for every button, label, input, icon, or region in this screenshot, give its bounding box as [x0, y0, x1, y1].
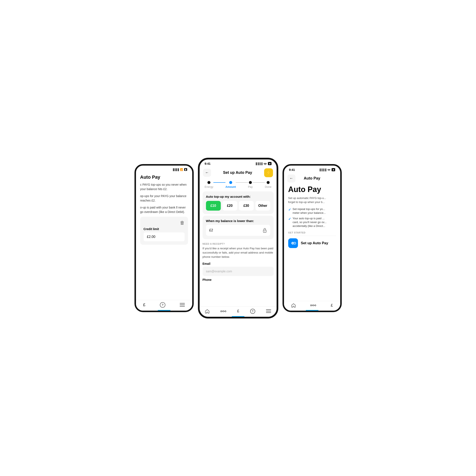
lightning-button[interactable]: ⚡ [264, 168, 273, 177]
svg-point-5 [221, 311, 222, 312]
check-icon-1: ✓ [288, 207, 291, 212]
left-nav-indicator [158, 310, 170, 311]
mid-header: ← Set up Auto Pay ⚡ [200, 167, 277, 179]
right-signal-icon: ▐▐▐▐ [319, 169, 326, 171]
svg-rect-9 [266, 311, 271, 311]
menu-icon [180, 303, 185, 307]
right-nav-routes[interactable] [310, 304, 316, 307]
mid-nav-home[interactable] [205, 309, 210, 313]
step-label-amount: Amount [225, 185, 236, 188]
svg-point-7 [225, 311, 226, 312]
right-nav-pound[interactable]: £ [331, 303, 333, 308]
svg-rect-8 [266, 309, 271, 310]
step-dot-energy [207, 181, 210, 184]
mid-header-title: Set up Auto Pay [223, 170, 252, 175]
mid-status-icons: ▐▐▐▐ ■ [255, 162, 271, 165]
right-back-button[interactable]: ← [287, 174, 295, 183]
mid-status-bar: 9:41 ▐▐▐▐ ■ [200, 159, 277, 167]
step-dot-done [267, 181, 270, 184]
back-button[interactable]: ← [203, 169, 211, 177]
mid-nav-help[interactable]: ? [250, 309, 255, 314]
lock-icon [263, 228, 267, 233]
routes-icon [220, 309, 226, 313]
right-pound-icon: £ [331, 303, 333, 308]
balance-card: When my balance is lower than: £2 [203, 216, 274, 239]
receipt-section-label: NEED A RECEIPT? [203, 242, 274, 245]
mid-phone: 9:41 ▐▐▐▐ ■ ← Set up Auto Pay ⚡ [198, 158, 278, 319]
step-pay: Pay [248, 181, 253, 188]
svg-point-6 [223, 311, 224, 312]
svg-point-12 [313, 305, 314, 306]
svg-point-13 [315, 305, 316, 306]
left-nav-pound[interactable]: £ [143, 302, 146, 307]
right-nav-indicator [306, 310, 319, 311]
mid-battery-icon: ■ [268, 162, 271, 165]
right-nav-home[interactable] [291, 303, 296, 307]
auto-topup-title: Auto top-up my account with: [206, 195, 270, 198]
back-icon: ← [205, 170, 209, 175]
left-status-icons: ▐▐▐▐ 📶 ▮ [172, 168, 187, 171]
wifi-icon: 📶 [180, 168, 183, 171]
right-back-icon: ← [289, 176, 293, 181]
svg-rect-2 [180, 306, 185, 307]
svg-rect-0 [180, 303, 185, 304]
left-body-text-1: c PAYG top-ups so you never when your ba… [140, 183, 188, 191]
mid-nav-menu[interactable] [266, 309, 271, 313]
step-line-2 [236, 182, 248, 183]
left-nav-help[interactable]: ? [160, 302, 165, 308]
battery-icon: ▮ [184, 168, 187, 171]
mid-signal-icon: ▐▐▐▐ [255, 162, 262, 165]
left-nav-bar: £ ? [136, 300, 192, 311]
right-header: ← Auto Pay [284, 173, 340, 184]
right-battery-icon: ■ [332, 168, 335, 171]
svg-rect-10 [266, 312, 271, 313]
left-status-bar: ▐▐▐▐ 📶 ▮ [136, 166, 192, 172]
step-line-1 [213, 182, 225, 183]
balance-value: £2 [209, 228, 213, 232]
trash-icon[interactable]: 🗑 [180, 220, 185, 226]
svg-point-11 [310, 305, 312, 306]
trash-icon-wrap: 🗑 [144, 220, 185, 226]
right-header-title: Auto Pay [304, 176, 320, 181]
check-text-2: Your auto top-up is paid ...card, so you… [293, 217, 327, 228]
get-started-label: GET STARTED [288, 231, 336, 234]
step-label-energy: Energy [205, 185, 213, 188]
left-title: Auto Pay [140, 172, 188, 183]
left-nav-menu[interactable] [180, 303, 185, 307]
mid-nav-meter[interactable]: £ [237, 309, 239, 313]
phone-field-label: Phone [203, 278, 274, 281]
amount-other-btn[interactable]: Other [255, 201, 270, 211]
mid-status-time: 9:41 [205, 162, 211, 165]
mid-nav-routes[interactable] [220, 309, 226, 313]
credit-amount: £2.00 [144, 232, 185, 241]
phones-container: ▐▐▐▐ 📶 ▮ Auto Pay c PAYG top-ups so you … [135, 158, 342, 319]
right-nav-bar: £ [284, 301, 340, 311]
help-icon: ? [160, 302, 165, 308]
amount-30-btn[interactable]: £30 [239, 201, 254, 211]
amount-10-btn[interactable]: £10 [206, 201, 221, 211]
email-input[interactable]: sam@example.com [203, 267, 274, 276]
left-body-text-2: op-ups for your PAYG your balance reache… [140, 194, 188, 203]
amount-20-btn[interactable]: £20 [222, 201, 237, 211]
step-dot-pay [249, 181, 252, 184]
right-page-title: Auto Pay [288, 185, 336, 194]
left-card: 🗑 Credit limit £2.00 [140, 217, 188, 245]
check-item-1: ✓ Set repeat top-ups for yo...meter when… [288, 207, 336, 215]
lightning-icon: ⚡ [266, 170, 272, 175]
mid-wifi-icon [263, 162, 267, 165]
left-phone: ▐▐▐▐ 📶 ▮ Auto Pay c PAYG top-ups so you … [135, 164, 194, 312]
right-status-time: 9:41 [289, 168, 295, 171]
step-done: Done [265, 181, 271, 188]
left-body-text-3: o-up is paid with your bank ll never go … [140, 205, 188, 214]
mid-nav-indicator [232, 316, 244, 317]
setup-auto-pay-button[interactable]: Set up Auto Pay [288, 238, 336, 248]
mid-help-icon: ? [250, 309, 255, 314]
right-status-bar: 9:41 ▐▐▐▐ ■ [284, 166, 340, 173]
step-dot-amount [229, 181, 232, 184]
check-icon-2: ✓ [288, 217, 291, 221]
home-icon [205, 309, 210, 313]
svg-rect-1 [180, 305, 185, 305]
setup-btn-text: Set up Auto Pay [301, 241, 328, 245]
step-label-done: Done [265, 185, 271, 188]
step-label-pay: Pay [248, 185, 253, 188]
